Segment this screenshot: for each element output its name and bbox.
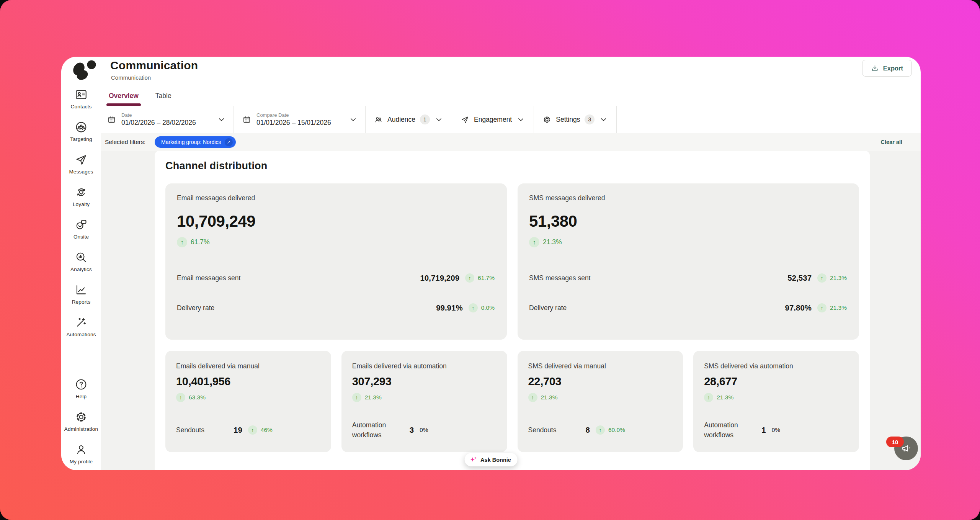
sidebar-item-my-profile[interactable]: My profile (70, 443, 93, 464)
background-gradient: Contacts Targeting Messages Loyalty Onsi… (0, 0, 980, 520)
sidebar-item-help[interactable]: Help (75, 378, 88, 399)
kpi-change: ↑21.3% (704, 393, 733, 402)
row-change: ↑0.0% (469, 303, 495, 312)
sidebar-item-label: Administration (64, 426, 98, 432)
sidebar-item-automations[interactable]: Automations (66, 316, 96, 337)
section-title: Channel distribution (165, 151, 859, 172)
kpi-value: 51,380 (529, 212, 847, 231)
loyalty-heart-icon (75, 186, 88, 199)
kpi-value: 307,293 (352, 375, 498, 388)
filter-date[interactable]: Date 01/02/2026 – 28/02/2026 (101, 106, 234, 133)
filter-label: Compare Date (256, 112, 331, 118)
filter-engagement[interactable]: Engagement (452, 106, 534, 133)
ask-bonnie-button[interactable]: Ask Bonnie (464, 453, 518, 466)
divider (352, 411, 498, 411)
up-arrow-icon: ↑ (469, 303, 478, 312)
row-change: ↑61.7% (465, 273, 495, 283)
row-change: 0% (772, 427, 780, 433)
kpi-sub-row: SMS messages sent 52,537 ↑21.3% (529, 268, 847, 288)
page-subtitle: Communication (111, 74, 151, 81)
filter-bar: Date 01/02/2026 – 28/02/2026 Compare Dat… (101, 106, 921, 133)
kpi-change: ↑21.3% (352, 393, 382, 402)
filter-settings[interactable]: Settings 3 (534, 106, 617, 133)
sidebar-item-label: Messages (69, 169, 93, 175)
filter-value: 01/01/2026 – 15/01/2026 (256, 119, 331, 127)
onsite-icon (75, 218, 88, 231)
kpi-sub-row: Automation workflows 1 0% (704, 419, 850, 441)
row-change: 0% (420, 427, 428, 433)
analytics-magnifier-icon (75, 251, 88, 264)
sidebar-item-label: Onsite (74, 234, 89, 240)
up-arrow-icon: ↑ (465, 273, 474, 283)
sidebar-item-messages[interactable]: Messages (69, 153, 93, 175)
up-arrow-icon: ↑ (176, 393, 185, 402)
tab-overview[interactable]: Overview (109, 92, 139, 105)
chip-remove-button[interactable] (225, 138, 233, 146)
sidebar-item-reports[interactable]: Reports (72, 283, 91, 305)
voyado-logo-icon (70, 59, 98, 84)
kpi-value: 28,677 (704, 375, 850, 388)
page-title: Communication (110, 59, 198, 72)
divider (704, 411, 850, 411)
kpi-sub-row: Sendouts 8 ↑60.0% (528, 419, 674, 441)
sidebar-item-label: Loyalty (73, 201, 90, 207)
chevron-down-icon (434, 115, 443, 124)
export-label: Export (883, 65, 903, 72)
sidebar-item-analytics[interactable]: Analytics (70, 251, 92, 272)
sidebar-item-onsite[interactable]: Onsite (74, 218, 89, 240)
selected-filters-row: Selected filters: Marketing group: Nordi… (101, 133, 921, 151)
kpi-title: SMS delivered via manual (528, 362, 674, 370)
up-arrow-icon: ↑ (704, 393, 713, 402)
kpi-value: 22,703 (528, 375, 674, 388)
kpi-title: Email messages delivered (177, 194, 495, 202)
chevron-down-icon (516, 115, 525, 124)
sidebar: Contacts Targeting Messages Loyalty Onsi… (61, 57, 101, 470)
filter-chip-marketing-group[interactable]: Marketing group: Nordics (155, 136, 236, 148)
sidebar-item-targeting[interactable]: Targeting (70, 121, 92, 142)
channel-distribution-panel: Channel distribution Email messages deli… (155, 151, 870, 470)
sidebar-item-loyalty[interactable]: Loyalty (73, 186, 90, 207)
up-arrow-icon: ↑ (817, 303, 826, 312)
kpi-sub-row: Delivery rate 99.91% ↑0.0% (177, 298, 495, 318)
kpi-sub-row: Delivery rate 97.80% ↑21.3% (529, 298, 847, 318)
export-button[interactable]: Export (862, 60, 912, 77)
person-icon (75, 443, 88, 456)
notification-count-badge: 10 (886, 437, 904, 447)
filter-chip-label: Marketing group: Nordics (161, 139, 221, 145)
kpi-card-sms-delivered: SMS messages delivered 51,380 ↑21.3% SMS… (518, 183, 859, 340)
kpi-change: ↑63.3% (176, 393, 206, 402)
filter-label: Engagement (474, 116, 512, 124)
kpi-value: 10,709,249 (177, 212, 495, 231)
clear-all-button[interactable]: Clear all (881, 139, 902, 145)
up-arrow-icon: ↑ (177, 237, 187, 247)
filter-label: Settings (556, 116, 580, 124)
sidebar-item-contacts[interactable]: Contacts (71, 88, 92, 110)
divider (529, 258, 847, 258)
ask-bonnie-label: Ask Bonnie (480, 457, 511, 463)
people-icon (374, 115, 383, 124)
sidebar-item-label: My profile (70, 459, 93, 464)
kpi-card-sms-manual: SMS delivered via manual 22,703 ↑21.3% S… (518, 351, 683, 452)
paper-plane-icon (75, 153, 88, 166)
up-arrow-icon: ↑ (529, 237, 539, 247)
filter-label: Date (121, 112, 196, 118)
filter-value: 01/02/2026 – 28/02/2026 (121, 119, 196, 127)
sidebar-item-label: Targeting (70, 136, 92, 142)
up-arrow-icon: ↑ (352, 393, 361, 402)
sparkle-icon (469, 456, 477, 464)
sidebar-item-label: Reports (72, 299, 91, 305)
download-icon (871, 64, 879, 72)
filter-compare-date[interactable]: Compare Date 01/01/2026 – 15/01/2026 (234, 106, 366, 133)
chevron-down-icon (599, 115, 608, 124)
filter-audience[interactable]: Audience 1 (366, 106, 452, 133)
targeting-icon (75, 121, 88, 134)
filter-label: Audience (387, 116, 415, 124)
tab-bar: Overview Table (101, 86, 921, 105)
content-area: Channel distribution Email messages deli… (101, 151, 921, 470)
tab-table[interactable]: Table (155, 92, 172, 105)
row-change: ↑21.3% (817, 303, 847, 312)
row-change: ↑21.3% (817, 273, 847, 283)
row-change: ↑60.0% (596, 425, 625, 435)
sidebar-item-administration[interactable]: Administration (64, 410, 98, 432)
kpi-sub-row: Email messages sent 10,719,209 ↑61.7% (177, 268, 495, 288)
